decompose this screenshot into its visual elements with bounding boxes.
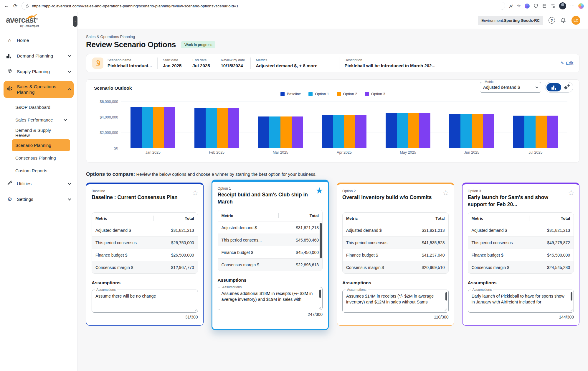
metric-table: MetricTotal Adjusted demand $$31,821,213… xyxy=(468,212,574,274)
star-toggle[interactable]: ★ xyxy=(316,186,323,195)
back-icon[interactable]: ← xyxy=(4,3,9,9)
assumptions-textarea[interactable]: Assumptions Early launch of Pickleball t… xyxy=(468,290,574,313)
bar-option-1[interactable] xyxy=(206,108,217,148)
bar-option-3[interactable] xyxy=(355,115,366,148)
x-tick-label: Feb 2025 xyxy=(185,150,248,155)
bar-baseline[interactable] xyxy=(322,115,333,148)
chart-title: Scenario Outlook xyxy=(94,86,132,91)
legend-item[interactable]: Option 3 xyxy=(365,92,385,96)
textarea-scrollbar[interactable] xyxy=(571,292,572,301)
user-avatar[interactable]: LC xyxy=(572,16,580,25)
sidebar-item-sales-operations-planning[interactable]: Sales & Operations Planning xyxy=(4,81,74,98)
bar-option-1[interactable] xyxy=(269,116,280,148)
bar-option-1[interactable] xyxy=(460,114,472,148)
bar-option-3[interactable] xyxy=(483,114,494,148)
sidebar-item-home[interactable]: ⌂ Home xyxy=(4,34,74,47)
bar-option-1[interactable] xyxy=(333,115,344,148)
bar-group xyxy=(121,101,185,148)
bar-baseline[interactable] xyxy=(513,116,524,148)
bar-option-1[interactable] xyxy=(524,116,536,148)
bar-baseline[interactable] xyxy=(131,107,142,148)
refresh-icon[interactable]: ⟳ xyxy=(13,3,17,9)
bar-option-2[interactable] xyxy=(280,116,292,148)
char-counter: 110/300 xyxy=(342,315,449,319)
favorite-star-icon[interactable]: ☆ xyxy=(517,3,521,9)
star-toggle[interactable]: ☆ xyxy=(192,189,198,196)
bar-baseline[interactable] xyxy=(449,114,460,148)
sidebar-item-utilities[interactable]: Utilities xyxy=(4,177,74,190)
legend-item[interactable]: Option 1 xyxy=(309,92,329,96)
browser-chrome: ← ⟳ https://app-rc.avercast.com/#/sales-… xyxy=(0,0,588,12)
url-text: https://app-rc.avercast.com/#/sales-and-… xyxy=(32,4,238,8)
legend-swatch xyxy=(280,92,285,96)
bar-option-2[interactable] xyxy=(472,114,483,148)
bar-option-1[interactable] xyxy=(397,113,408,148)
textarea-scrollbar[interactable] xyxy=(319,290,321,298)
resize-handle[interactable] xyxy=(194,308,196,311)
sidebar-item-scenario-planning[interactable]: Scenario Planning xyxy=(12,139,70,151)
star-toggle[interactable]: ☆ xyxy=(568,189,574,196)
chart-plot-area xyxy=(121,101,567,148)
field-review-by-date: Review by date10/15/2024 xyxy=(215,58,250,68)
shield-icon[interactable] xyxy=(534,4,538,8)
field-end-date: End dateJul 2025 xyxy=(187,58,215,68)
bar-option-2[interactable] xyxy=(217,108,228,148)
resize-handle[interactable] xyxy=(444,308,447,311)
table-row: Consensus margin $$22,896,613 xyxy=(218,258,323,271)
favorites-bar-icon[interactable] xyxy=(551,4,555,8)
sidebar-item-custom-reports[interactable]: Custom Reports xyxy=(12,165,70,177)
lock-icon xyxy=(25,4,29,8)
bar-option-3[interactable] xyxy=(164,107,175,148)
notifications-bell-icon[interactable] xyxy=(560,17,566,23)
x-tick-label: May 2025 xyxy=(376,150,440,155)
read-aloud-icon[interactable]: Aʹ xyxy=(509,4,513,9)
star-toggle[interactable]: ☆ xyxy=(442,189,449,196)
sidebar-item-sop-dashboard[interactable]: S&OP Dashboard xyxy=(12,101,70,113)
bar-option-2[interactable] xyxy=(153,107,164,148)
metric-select[interactable]: Metric Adjusted demand $ xyxy=(480,82,541,93)
assumptions-textarea[interactable]: Assumptions Assume there will be no chan… xyxy=(92,290,198,313)
sidebar-item-sales-performance[interactable]: Sales Performance xyxy=(12,114,70,126)
collections-icon[interactable] xyxy=(542,4,547,8)
bar-option-3[interactable] xyxy=(547,116,558,148)
legend-item[interactable]: Baseline xyxy=(280,92,301,96)
sidebar-collapse-button[interactable]: ‹ xyxy=(73,16,77,27)
table-row: Consensus margin $$20,969,510 xyxy=(343,261,448,273)
bar-option-2[interactable] xyxy=(344,115,355,148)
bar-baseline[interactable] xyxy=(194,108,206,148)
sidebar-item-settings[interactable]: ⚙ Settings xyxy=(4,193,74,206)
legend-item[interactable]: Option 2 xyxy=(337,92,357,96)
textarea-scrollbar[interactable] xyxy=(445,292,447,301)
card-title: Baseline : Current Consensus Plan xyxy=(92,194,198,208)
field-metrics: MetricsAdjusted demand $, + 8 more xyxy=(251,58,339,68)
sidebar-item-demand-planning[interactable]: Demand Planning xyxy=(4,50,74,63)
table-scrollbar[interactable] xyxy=(320,223,322,258)
table-row: This period consensus$26,750,000 xyxy=(92,236,198,249)
help-icon[interactable]: ? xyxy=(549,17,555,24)
bar-option-3[interactable] xyxy=(228,108,239,148)
edit-button[interactable]: ✎Edit xyxy=(561,61,573,65)
bar-option-2[interactable] xyxy=(408,113,419,148)
browser-menu-icon[interactable]: ⋯ xyxy=(570,3,574,9)
address-bar[interactable]: https://app-rc.avercast.com/#/sales-and-… xyxy=(22,2,505,10)
assumptions-textarea[interactable]: Assumptions Assumes additional $18M in r… xyxy=(218,287,323,310)
bar-option-3[interactable] xyxy=(419,113,430,148)
bar-option-2[interactable] xyxy=(536,116,547,148)
bar-chart-view-button[interactable] xyxy=(546,83,561,91)
sparkle-view-button[interactable] xyxy=(562,83,572,91)
antelope-icon xyxy=(25,14,39,20)
sidebar-item-consensus-planning[interactable]: Consensus Planning xyxy=(12,152,70,164)
bar-option-1[interactable] xyxy=(142,107,153,148)
bar-option-3[interactable] xyxy=(292,116,303,148)
bar-baseline[interactable] xyxy=(386,113,397,148)
browser-profile-avatar[interactable] xyxy=(559,2,566,9)
sidebar-item-demand-supply-review[interactable]: Demand & Supply Review xyxy=(12,127,70,139)
extension-icon[interactable] xyxy=(525,4,530,9)
resize-handle[interactable] xyxy=(318,306,321,308)
copilot-icon[interactable] xyxy=(578,3,584,9)
bar-baseline[interactable] xyxy=(258,116,269,148)
resize-handle[interactable] xyxy=(569,308,572,311)
sidebar-item-supply-planning[interactable]: Supply Planning xyxy=(4,65,74,78)
assumptions-textarea[interactable]: Assumptions Assumes $14M in receipts (*/… xyxy=(342,290,449,313)
table-row: Finance budget $$41,237,040 xyxy=(343,249,448,261)
